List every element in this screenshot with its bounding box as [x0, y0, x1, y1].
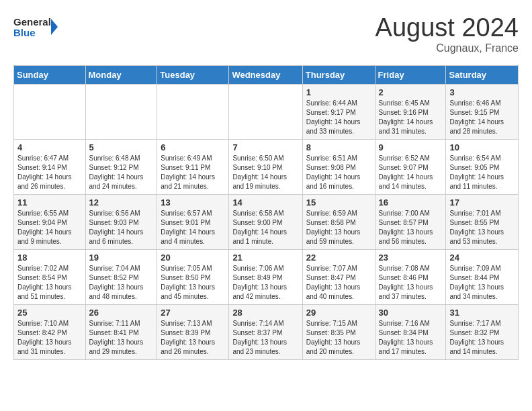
day-cell: 10Sunrise: 6:54 AM Sunset: 9:05 PM Dayli… [446, 140, 519, 195]
svg-text:Blue: Blue [13, 27, 36, 38]
day-info: Sunrise: 7:16 AM Sunset: 8:34 PM Dayligh… [379, 319, 443, 357]
page-header: GeneralBlue August 2024 Cugnaux, France [13, 13, 519, 54]
day-info: Sunrise: 6:50 AM Sunset: 9:10 PM Dayligh… [232, 154, 298, 191]
day-number: 19 [89, 253, 154, 263]
day-info: Sunrise: 6:51 AM Sunset: 9:08 PM Dayligh… [306, 154, 371, 191]
day-info: Sunrise: 6:58 AM Sunset: 9:00 PM Dayligh… [232, 209, 298, 246]
month-title: August 2024 [375, 13, 519, 42]
day-number: 14 [232, 197, 298, 208]
day-info: Sunrise: 6:56 AM Sunset: 9:03 PM Dayligh… [89, 209, 154, 246]
day-info: Sunrise: 7:02 AM Sunset: 8:54 PM Dayligh… [17, 264, 82, 302]
day-cell: 9Sunrise: 6:52 AM Sunset: 9:07 PM Daylig… [375, 140, 446, 195]
day-header-monday: Monday [85, 66, 157, 85]
day-cell: 17Sunrise: 7:01 AM Sunset: 8:55 PM Dayli… [446, 195, 519, 250]
day-number: 3 [449, 87, 515, 97]
day-number: 27 [161, 308, 225, 318]
day-number: 16 [379, 197, 443, 208]
day-cell: 12Sunrise: 6:56 AM Sunset: 9:03 PM Dayli… [85, 195, 157, 250]
day-number: 9 [379, 142, 443, 152]
day-number: 12 [89, 197, 154, 208]
day-number: 30 [379, 308, 443, 318]
day-info: Sunrise: 6:55 AM Sunset: 9:04 PM Dayligh… [17, 209, 82, 246]
location-subtitle: Cugnaux, France [375, 42, 519, 54]
calendar-table: SundayMondayTuesdayWednesdayThursdayFrid… [13, 65, 519, 360]
day-header-saturday: Saturday [446, 66, 519, 85]
week-row-5: 25Sunrise: 7:10 AM Sunset: 8:42 PM Dayli… [14, 305, 519, 360]
day-number: 21 [232, 253, 298, 263]
day-cell: 20Sunrise: 7:05 AM Sunset: 8:50 PM Dayli… [157, 250, 229, 305]
day-header-thursday: Thursday [302, 66, 375, 85]
day-header-sunday: Sunday [14, 66, 86, 85]
day-info: Sunrise: 7:08 AM Sunset: 8:46 PM Dayligh… [379, 264, 443, 302]
day-number: 15 [306, 197, 371, 208]
day-info: Sunrise: 7:01 AM Sunset: 8:55 PM Dayligh… [449, 209, 515, 246]
day-cell: 29Sunrise: 7:15 AM Sunset: 8:35 PM Dayli… [302, 305, 375, 360]
day-number: 7 [232, 142, 298, 152]
day-cell: 4Sunrise: 6:47 AM Sunset: 9:14 PM Daylig… [14, 140, 86, 195]
day-info: Sunrise: 6:49 AM Sunset: 9:11 PM Dayligh… [161, 154, 225, 191]
day-cell [157, 85, 229, 140]
day-cell: 2Sunrise: 6:45 AM Sunset: 9:16 PM Daylig… [375, 85, 446, 140]
day-info: Sunrise: 6:46 AM Sunset: 9:15 PM Dayligh… [449, 99, 515, 136]
day-cell: 11Sunrise: 6:55 AM Sunset: 9:04 PM Dayli… [14, 195, 86, 250]
day-header-tuesday: Tuesday [157, 66, 229, 85]
day-number: 23 [379, 253, 443, 263]
day-number: 31 [449, 308, 515, 318]
day-cell [14, 85, 86, 140]
day-cell: 27Sunrise: 7:13 AM Sunset: 8:39 PM Dayli… [157, 305, 229, 360]
day-number: 6 [161, 142, 225, 152]
day-cell: 18Sunrise: 7:02 AM Sunset: 8:54 PM Dayli… [14, 250, 86, 305]
day-number: 26 [89, 308, 154, 318]
day-cell: 1Sunrise: 6:44 AM Sunset: 9:17 PM Daylig… [302, 85, 375, 140]
day-info: Sunrise: 7:07 AM Sunset: 8:47 PM Dayligh… [306, 264, 371, 302]
day-info: Sunrise: 7:10 AM Sunset: 8:42 PM Dayligh… [17, 319, 82, 357]
svg-text:General: General [13, 16, 51, 28]
day-info: Sunrise: 6:52 AM Sunset: 9:07 PM Dayligh… [379, 154, 443, 191]
day-number: 2 [379, 87, 443, 97]
logo-icon: GeneralBlue [13, 13, 60, 40]
day-header-wednesday: Wednesday [229, 66, 302, 85]
logo: GeneralBlue [13, 13, 60, 40]
day-number: 13 [161, 197, 225, 208]
day-info: Sunrise: 7:17 AM Sunset: 8:32 PM Dayligh… [449, 319, 515, 357]
day-cell: 6Sunrise: 6:49 AM Sunset: 9:11 PM Daylig… [157, 140, 229, 195]
day-cell: 7Sunrise: 6:50 AM Sunset: 9:10 PM Daylig… [229, 140, 302, 195]
day-number: 24 [449, 253, 515, 263]
day-header-friday: Friday [375, 66, 446, 85]
week-row-1: 1Sunrise: 6:44 AM Sunset: 9:17 PM Daylig… [14, 85, 519, 140]
day-number: 1 [306, 87, 371, 97]
day-cell [229, 85, 302, 140]
day-cell: 14Sunrise: 6:58 AM Sunset: 9:00 PM Dayli… [229, 195, 302, 250]
day-number: 8 [306, 142, 371, 152]
day-number: 25 [17, 308, 82, 318]
week-row-2: 4Sunrise: 6:47 AM Sunset: 9:14 PM Daylig… [14, 140, 519, 195]
day-cell: 21Sunrise: 7:06 AM Sunset: 8:49 PM Dayli… [229, 250, 302, 305]
day-info: Sunrise: 6:45 AM Sunset: 9:16 PM Dayligh… [379, 99, 443, 136]
day-number: 22 [306, 253, 371, 263]
day-info: Sunrise: 7:15 AM Sunset: 8:35 PM Dayligh… [306, 319, 371, 357]
day-info: Sunrise: 6:48 AM Sunset: 9:12 PM Dayligh… [89, 154, 154, 191]
day-cell: 23Sunrise: 7:08 AM Sunset: 8:46 PM Dayli… [375, 250, 446, 305]
day-cell: 22Sunrise: 7:07 AM Sunset: 8:47 PM Dayli… [302, 250, 375, 305]
day-info: Sunrise: 6:44 AM Sunset: 9:17 PM Dayligh… [306, 99, 371, 136]
day-number: 18 [17, 253, 82, 263]
day-info: Sunrise: 6:47 AM Sunset: 9:14 PM Dayligh… [17, 154, 82, 191]
day-number: 28 [232, 308, 298, 318]
day-info: Sunrise: 7:05 AM Sunset: 8:50 PM Dayligh… [161, 264, 225, 302]
day-cell: 5Sunrise: 6:48 AM Sunset: 9:12 PM Daylig… [85, 140, 157, 195]
day-number: 29 [306, 308, 371, 318]
day-cell: 8Sunrise: 6:51 AM Sunset: 9:08 PM Daylig… [302, 140, 375, 195]
day-cell [85, 85, 157, 140]
day-info: Sunrise: 6:54 AM Sunset: 9:05 PM Dayligh… [449, 154, 515, 191]
day-number: 11 [17, 197, 82, 208]
title-block: August 2024 Cugnaux, France [375, 13, 519, 54]
day-number: 17 [449, 197, 515, 208]
day-info: Sunrise: 7:04 AM Sunset: 8:52 PM Dayligh… [89, 264, 154, 302]
day-number: 4 [17, 142, 82, 152]
day-cell: 16Sunrise: 7:00 AM Sunset: 8:57 PM Dayli… [375, 195, 446, 250]
svg-marker-2 [51, 19, 58, 35]
week-row-3: 11Sunrise: 6:55 AM Sunset: 9:04 PM Dayli… [14, 195, 519, 250]
day-cell: 3Sunrise: 6:46 AM Sunset: 9:15 PM Daylig… [446, 85, 519, 140]
day-number: 10 [449, 142, 515, 152]
day-number: 20 [161, 253, 225, 263]
